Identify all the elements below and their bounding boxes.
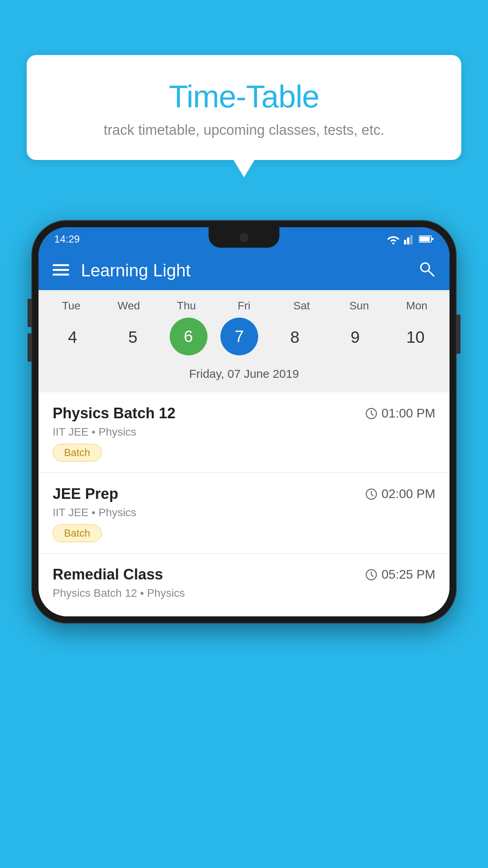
clock-icon-3	[365, 568, 378, 581]
phone-screen: 14:29	[39, 227, 449, 616]
svg-rect-8	[53, 274, 69, 276]
svg-rect-2	[410, 235, 413, 245]
day-9[interactable]: 9	[332, 318, 379, 357]
speech-bubble-container: Time-Table track timetable, upcoming cla…	[27, 55, 461, 160]
svg-rect-7	[53, 269, 69, 271]
schedule-subtitle-2: IIT JEE • Physics	[53, 506, 435, 519]
schedule-subtitle-1: IIT JEE • Physics	[53, 426, 435, 438]
signal-icon	[404, 234, 415, 245]
phone-mockup: 14:29	[31, 220, 457, 623]
volume-buttons	[28, 299, 31, 362]
power-button	[457, 314, 460, 354]
schedule-row1-2: JEE Prep 02:00 PM	[53, 485, 435, 502]
schedule-name-3: Remedial Class	[53, 566, 163, 583]
day-header-mon: Mon	[393, 300, 440, 312]
svg-rect-0	[404, 240, 406, 245]
schedule-time-label-2: 02:00 PM	[382, 487, 435, 501]
schedule-time-2: 02:00 PM	[365, 487, 435, 501]
schedule-subtitle-3: Physics Batch 12 • Physics	[53, 587, 435, 600]
svg-line-10	[428, 270, 434, 276]
schedule-item-2[interactable]: JEE Prep 02:00 PM IIT JEE • Physics Batc…	[39, 473, 449, 554]
status-time: 14:29	[54, 233, 80, 245]
schedule-time-label-3: 05:25 PM	[382, 567, 435, 582]
svg-rect-4	[432, 238, 433, 240]
app-bar: Learning Light	[39, 251, 449, 290]
day-header-wed: Wed	[105, 300, 152, 312]
day-7-selected[interactable]: 7	[220, 318, 258, 355]
day-header-thu: Thu	[163, 300, 210, 312]
volume-up	[28, 299, 31, 327]
schedule-list: Physics Batch 12 01:00 PM IIT JEE • Phys…	[39, 392, 449, 616]
search-button[interactable]	[418, 260, 435, 281]
phone-notch	[209, 227, 279, 248]
svg-rect-5	[420, 237, 430, 241]
day-10[interactable]: 10	[392, 318, 439, 357]
date-label: Friday, 07 June 2019	[39, 364, 449, 388]
camera	[240, 233, 248, 242]
day-5[interactable]: 5	[109, 318, 156, 357]
svg-rect-6	[53, 264, 69, 266]
wifi-icon	[387, 234, 400, 244]
app-bar-title: Learning Light	[81, 261, 418, 280]
day-header-tue: Tue	[48, 300, 95, 312]
calendar-section: Tue Wed Thu Fri Sat Sun Mon 4 5 6 7 8 9 …	[39, 290, 449, 392]
bubble-title: Time-Table	[50, 79, 438, 115]
bubble-subtitle: track timetable, upcoming classes, tests…	[50, 122, 438, 138]
schedule-time-1: 01:00 PM	[365, 406, 435, 421]
day-4[interactable]: 4	[49, 318, 96, 357]
schedule-name-1: Physics Batch 12	[53, 405, 176, 422]
day-header-sat: Sat	[278, 300, 325, 312]
phone-outer: 14:29	[31, 220, 457, 623]
volume-down	[28, 333, 31, 362]
clock-icon-2	[365, 488, 378, 500]
day-headers: Tue Wed Thu Fri Sat Sun Mon	[39, 300, 449, 312]
schedule-row1-3: Remedial Class 05:25 PM	[53, 566, 435, 583]
clock-icon-1	[365, 407, 378, 420]
batch-badge-1: Batch	[53, 444, 102, 462]
hamburger-icon[interactable]	[53, 263, 69, 278]
day-numbers: 4 5 6 7 8 9 10	[39, 318, 449, 357]
batch-badge-2: Batch	[53, 524, 102, 542]
day-8[interactable]: 8	[271, 318, 318, 357]
schedule-item-1[interactable]: Physics Batch 12 01:00 PM IIT JEE • Phys…	[39, 392, 449, 473]
schedule-name-2: JEE Prep	[53, 485, 118, 502]
schedule-time-3: 05:25 PM	[365, 567, 435, 582]
day-header-sun: Sun	[336, 300, 383, 312]
schedule-time-label-1: 01:00 PM	[382, 406, 435, 421]
speech-bubble: Time-Table track timetable, upcoming cla…	[27, 55, 461, 160]
battery-icon	[419, 235, 434, 243]
schedule-item-3[interactable]: Remedial Class 05:25 PM Physics Batch 12…	[39, 554, 449, 616]
day-6-today[interactable]: 6	[170, 318, 207, 355]
schedule-row1-1: Physics Batch 12 01:00 PM	[53, 405, 435, 422]
day-header-fri: Fri	[220, 300, 268, 312]
svg-rect-1	[407, 237, 409, 245]
status-icons	[387, 234, 434, 245]
